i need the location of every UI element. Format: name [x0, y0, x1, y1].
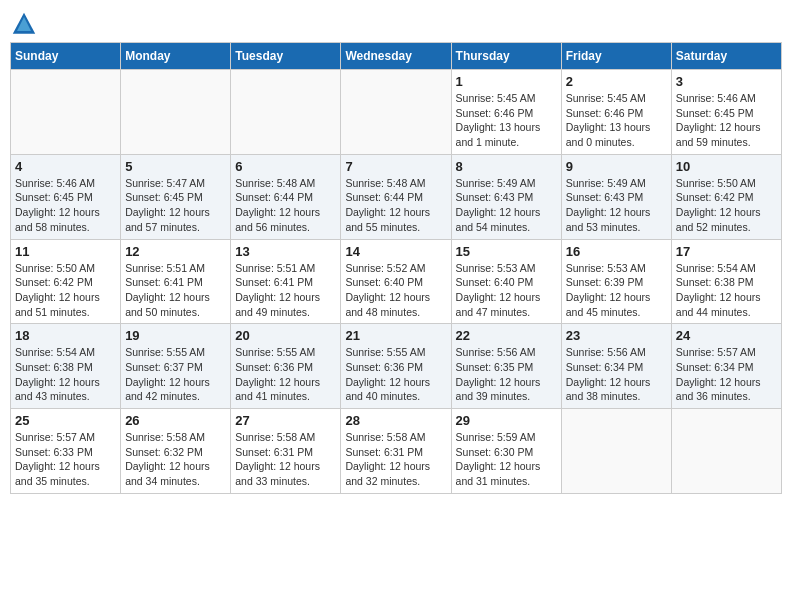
day-number: 24: [676, 328, 777, 343]
calendar-cell: 1Sunrise: 5:45 AM Sunset: 6:46 PM Daylig…: [451, 70, 561, 155]
calendar-cell: 9Sunrise: 5:49 AM Sunset: 6:43 PM Daylig…: [561, 154, 671, 239]
day-info: Sunrise: 5:57 AM Sunset: 6:33 PM Dayligh…: [15, 430, 116, 489]
calendar-cell: 12Sunrise: 5:51 AM Sunset: 6:41 PM Dayli…: [121, 239, 231, 324]
day-info: Sunrise: 5:49 AM Sunset: 6:43 PM Dayligh…: [566, 176, 667, 235]
day-info: Sunrise: 5:47 AM Sunset: 6:45 PM Dayligh…: [125, 176, 226, 235]
calendar-cell: 26Sunrise: 5:58 AM Sunset: 6:32 PM Dayli…: [121, 409, 231, 494]
day-number: 8: [456, 159, 557, 174]
calendar-cell: [671, 409, 781, 494]
day-number: 19: [125, 328, 226, 343]
calendar-cell: 27Sunrise: 5:58 AM Sunset: 6:31 PM Dayli…: [231, 409, 341, 494]
day-info: Sunrise: 5:58 AM Sunset: 6:31 PM Dayligh…: [235, 430, 336, 489]
calendar-cell: 3Sunrise: 5:46 AM Sunset: 6:45 PM Daylig…: [671, 70, 781, 155]
day-info: Sunrise: 5:48 AM Sunset: 6:44 PM Dayligh…: [345, 176, 446, 235]
calendar-cell: 11Sunrise: 5:50 AM Sunset: 6:42 PM Dayli…: [11, 239, 121, 324]
day-info: Sunrise: 5:54 AM Sunset: 6:38 PM Dayligh…: [676, 261, 777, 320]
day-info: Sunrise: 5:58 AM Sunset: 6:31 PM Dayligh…: [345, 430, 446, 489]
day-header-friday: Friday: [561, 43, 671, 70]
calendar-cell: 4Sunrise: 5:46 AM Sunset: 6:45 PM Daylig…: [11, 154, 121, 239]
calendar-cell: 7Sunrise: 5:48 AM Sunset: 6:44 PM Daylig…: [341, 154, 451, 239]
day-info: Sunrise: 5:56 AM Sunset: 6:35 PM Dayligh…: [456, 345, 557, 404]
calendar-cell: 15Sunrise: 5:53 AM Sunset: 6:40 PM Dayli…: [451, 239, 561, 324]
calendar-cell: 19Sunrise: 5:55 AM Sunset: 6:37 PM Dayli…: [121, 324, 231, 409]
day-info: Sunrise: 5:48 AM Sunset: 6:44 PM Dayligh…: [235, 176, 336, 235]
calendar-cell: 16Sunrise: 5:53 AM Sunset: 6:39 PM Dayli…: [561, 239, 671, 324]
day-number: 23: [566, 328, 667, 343]
calendar-cell: 22Sunrise: 5:56 AM Sunset: 6:35 PM Dayli…: [451, 324, 561, 409]
day-info: Sunrise: 5:54 AM Sunset: 6:38 PM Dayligh…: [15, 345, 116, 404]
calendar-cell: 24Sunrise: 5:57 AM Sunset: 6:34 PM Dayli…: [671, 324, 781, 409]
day-number: 12: [125, 244, 226, 259]
day-number: 22: [456, 328, 557, 343]
calendar-cell: 2Sunrise: 5:45 AM Sunset: 6:46 PM Daylig…: [561, 70, 671, 155]
calendar-week-4: 18Sunrise: 5:54 AM Sunset: 6:38 PM Dayli…: [11, 324, 782, 409]
calendar-cell: [121, 70, 231, 155]
day-info: Sunrise: 5:58 AM Sunset: 6:32 PM Dayligh…: [125, 430, 226, 489]
calendar-week-5: 25Sunrise: 5:57 AM Sunset: 6:33 PM Dayli…: [11, 409, 782, 494]
day-number: 11: [15, 244, 116, 259]
day-number: 29: [456, 413, 557, 428]
calendar-week-2: 4Sunrise: 5:46 AM Sunset: 6:45 PM Daylig…: [11, 154, 782, 239]
day-number: 9: [566, 159, 667, 174]
day-info: Sunrise: 5:59 AM Sunset: 6:30 PM Dayligh…: [456, 430, 557, 489]
day-info: Sunrise: 5:51 AM Sunset: 6:41 PM Dayligh…: [125, 261, 226, 320]
calendar-cell: 6Sunrise: 5:48 AM Sunset: 6:44 PM Daylig…: [231, 154, 341, 239]
day-number: 21: [345, 328, 446, 343]
day-info: Sunrise: 5:55 AM Sunset: 6:36 PM Dayligh…: [345, 345, 446, 404]
calendar-cell: 10Sunrise: 5:50 AM Sunset: 6:42 PM Dayli…: [671, 154, 781, 239]
calendar-cell: [231, 70, 341, 155]
calendar-cell: 29Sunrise: 5:59 AM Sunset: 6:30 PM Dayli…: [451, 409, 561, 494]
day-header-monday: Monday: [121, 43, 231, 70]
calendar-week-1: 1Sunrise: 5:45 AM Sunset: 6:46 PM Daylig…: [11, 70, 782, 155]
day-info: Sunrise: 5:53 AM Sunset: 6:39 PM Dayligh…: [566, 261, 667, 320]
day-number: 25: [15, 413, 116, 428]
day-info: Sunrise: 5:51 AM Sunset: 6:41 PM Dayligh…: [235, 261, 336, 320]
day-number: 27: [235, 413, 336, 428]
calendar-cell: 17Sunrise: 5:54 AM Sunset: 6:38 PM Dayli…: [671, 239, 781, 324]
day-number: 4: [15, 159, 116, 174]
day-header-wednesday: Wednesday: [341, 43, 451, 70]
calendar-cell: [11, 70, 121, 155]
day-number: 17: [676, 244, 777, 259]
day-header-tuesday: Tuesday: [231, 43, 341, 70]
calendar-cell: [341, 70, 451, 155]
day-number: 13: [235, 244, 336, 259]
day-info: Sunrise: 5:46 AM Sunset: 6:45 PM Dayligh…: [676, 91, 777, 150]
logo: [10, 10, 42, 38]
day-number: 20: [235, 328, 336, 343]
day-header-thursday: Thursday: [451, 43, 561, 70]
day-info: Sunrise: 5:49 AM Sunset: 6:43 PM Dayligh…: [456, 176, 557, 235]
day-info: Sunrise: 5:53 AM Sunset: 6:40 PM Dayligh…: [456, 261, 557, 320]
day-number: 1: [456, 74, 557, 89]
day-number: 28: [345, 413, 446, 428]
day-number: 14: [345, 244, 446, 259]
calendar-cell: 8Sunrise: 5:49 AM Sunset: 6:43 PM Daylig…: [451, 154, 561, 239]
day-info: Sunrise: 5:50 AM Sunset: 6:42 PM Dayligh…: [676, 176, 777, 235]
day-number: 3: [676, 74, 777, 89]
day-number: 18: [15, 328, 116, 343]
calendar-cell: 21Sunrise: 5:55 AM Sunset: 6:36 PM Dayli…: [341, 324, 451, 409]
calendar-week-3: 11Sunrise: 5:50 AM Sunset: 6:42 PM Dayli…: [11, 239, 782, 324]
calendar-cell: 5Sunrise: 5:47 AM Sunset: 6:45 PM Daylig…: [121, 154, 231, 239]
day-number: 16: [566, 244, 667, 259]
day-info: Sunrise: 5:57 AM Sunset: 6:34 PM Dayligh…: [676, 345, 777, 404]
day-number: 7: [345, 159, 446, 174]
day-info: Sunrise: 5:55 AM Sunset: 6:36 PM Dayligh…: [235, 345, 336, 404]
day-number: 6: [235, 159, 336, 174]
calendar-cell: 25Sunrise: 5:57 AM Sunset: 6:33 PM Dayli…: [11, 409, 121, 494]
day-number: 15: [456, 244, 557, 259]
logo-icon: [10, 10, 38, 38]
calendar-cell: 28Sunrise: 5:58 AM Sunset: 6:31 PM Dayli…: [341, 409, 451, 494]
calendar-cell: 18Sunrise: 5:54 AM Sunset: 6:38 PM Dayli…: [11, 324, 121, 409]
header: [10, 10, 782, 38]
day-info: Sunrise: 5:46 AM Sunset: 6:45 PM Dayligh…: [15, 176, 116, 235]
calendar-header-row: SundayMondayTuesdayWednesdayThursdayFrid…: [11, 43, 782, 70]
day-number: 2: [566, 74, 667, 89]
day-info: Sunrise: 5:45 AM Sunset: 6:46 PM Dayligh…: [566, 91, 667, 150]
calendar-cell: 20Sunrise: 5:55 AM Sunset: 6:36 PM Dayli…: [231, 324, 341, 409]
calendar-cell: 13Sunrise: 5:51 AM Sunset: 6:41 PM Dayli…: [231, 239, 341, 324]
calendar-cell: 14Sunrise: 5:52 AM Sunset: 6:40 PM Dayli…: [341, 239, 451, 324]
calendar: SundayMondayTuesdayWednesdayThursdayFrid…: [10, 42, 782, 494]
day-info: Sunrise: 5:55 AM Sunset: 6:37 PM Dayligh…: [125, 345, 226, 404]
day-info: Sunrise: 5:56 AM Sunset: 6:34 PM Dayligh…: [566, 345, 667, 404]
